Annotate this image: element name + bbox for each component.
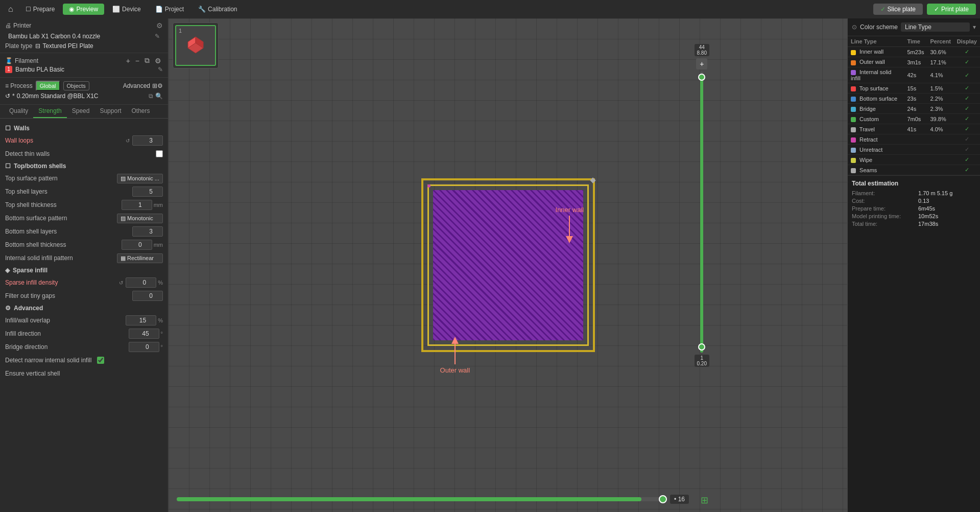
line-display-cell: ✓ [954, 114, 980, 124]
line-check-icon[interactable]: ✓ [965, 146, 969, 152]
layer-fill [177, 497, 641, 501]
top-bottom-group-header[interactable]: ☐ Top/bottom shells [0, 160, 168, 172]
plate-type-row: Plate type ⊟ Textured PEI Plate [5, 42, 163, 50]
model-container [421, 178, 595, 352]
top-surface-pattern-label: Top surface pattern [5, 175, 117, 182]
color-row: Unretract ✓ [848, 145, 980, 155]
filament-add-button[interactable]: + [125, 56, 132, 65]
line-check-icon[interactable]: ✓ [965, 136, 969, 142]
outer-wall-label: Outer wall [440, 366, 470, 374]
detect-narrow-value [97, 357, 104, 364]
wall-loops-value: ↺ [126, 135, 163, 146]
home-button[interactable]: ⌂ [4, 3, 17, 16]
infill-direction-input[interactable] [129, 329, 159, 339]
tab-quality[interactable]: Quality [4, 105, 33, 118]
bottom-shell-thickness-input[interactable] [122, 240, 152, 250]
layer-handle[interactable] [659, 495, 667, 503]
wall-loops-reset-icon[interactable]: ↺ [126, 138, 130, 144]
advanced-group-header[interactable]: ⚙ Advanced [0, 302, 168, 314]
sparse-infill-density-input[interactable] [126, 277, 156, 288]
filament-settings-button[interactable]: ⚙ [153, 56, 163, 65]
tab-others[interactable]: Others [126, 105, 155, 118]
line-name: Top surface [859, 85, 889, 91]
line-type-value[interactable]: Line Type [901, 22, 970, 32]
process-search-icon[interactable]: 🔍 [155, 92, 163, 100]
layer-track[interactable] [177, 497, 666, 501]
line-color-dot [851, 60, 856, 65]
walls-group-header[interactable]: ☐ Walls [0, 123, 168, 134]
line-percent-cell: 30.6% [927, 47, 954, 57]
top-shell-thickness-unit: mm [154, 202, 163, 208]
advanced-button[interactable]: Advanced ⊞⚙ [123, 82, 163, 89]
topbar: ⌂ ☐ Prepare ◉ Preview ⬜ Device 📄 Project… [0, 0, 980, 18]
device-tab[interactable]: ⬜ Device [106, 4, 147, 15]
infill-direction-label: Infill direction [5, 330, 129, 337]
top-surface-pattern-button[interactable]: ▨ Monotonic ... [117, 174, 163, 183]
tab-support[interactable]: Support [94, 105, 126, 118]
project-tab[interactable]: 📄 Project [149, 4, 190, 15]
vert-track[interactable] [700, 72, 703, 353]
line-check-icon[interactable]: ✓ [965, 59, 969, 65]
tab-speed[interactable]: Speed [67, 105, 95, 118]
line-color-dot [851, 117, 856, 122]
line-check-icon[interactable]: ✓ [965, 49, 969, 55]
top-shell-layers-input[interactable] [132, 187, 163, 197]
filament-est-row: Filament: 1.70 m 5.15 g [852, 190, 976, 196]
tab-strength[interactable]: Strength [33, 105, 66, 118]
printer-name-row: Bambu Lab X1 Carbon 0.4 nozzle ✎ [5, 32, 163, 41]
pattern-icon: ▨ [121, 175, 126, 182]
line-check-icon[interactable]: ✓ [965, 115, 969, 122]
internal-solid-infill-button[interactable]: ▦ Rectilinear [117, 253, 163, 263]
filament-est-label: Filament: [852, 190, 918, 196]
line-check-icon[interactable]: ✓ [965, 95, 969, 101]
color-scheme-chevron[interactable]: ▾ [973, 24, 976, 31]
bottom-shell-layers-input[interactable] [132, 226, 163, 237]
sparse-density-reset-icon[interactable]: ↺ [119, 280, 123, 286]
line-check-icon[interactable]: ✓ [965, 72, 969, 78]
print-plate-button[interactable]: ✓ Print plate [927, 4, 976, 15]
line-check-icon[interactable]: ✓ [965, 126, 969, 132]
color-row: Bridge 24s 2.3% ✓ [848, 104, 980, 114]
process-copy-icon[interactable]: ⧉ [149, 92, 153, 100]
calibration-tab[interactable]: 🔧 Calibration [192, 4, 243, 15]
layers-icon[interactable]: ⊞ [701, 495, 708, 506]
line-check-icon[interactable]: ✓ [965, 156, 969, 162]
line-time-cell: 5m23s [904, 47, 927, 57]
prepare-tab[interactable]: ☐ Prepare [19, 4, 61, 15]
thumbnail-item[interactable]: 1 [175, 25, 216, 66]
printer-settings-icon[interactable]: ⚙ [156, 21, 163, 30]
printer-edit-icon[interactable]: ✎ [155, 33, 160, 40]
filament-copy-button[interactable]: ⧉ [143, 56, 151, 65]
filament-title: 🧵 Filament [5, 57, 38, 64]
sparse-infill-group-header[interactable]: ◈ Sparse infill [0, 265, 168, 276]
filter-tiny-gaps-input[interactable] [132, 291, 163, 301]
vert-top-handle[interactable] [698, 74, 705, 81]
objects-badge[interactable]: Objects [63, 81, 89, 90]
filament-edit-icon[interactable]: ✎ [158, 66, 163, 73]
color-row: Travel 41s 4.0% ✓ [848, 124, 980, 134]
process-row: ≡ Process Global Objects Advanced ⊞⚙ [5, 81, 163, 91]
line-color-dot [851, 127, 856, 132]
infill-wall-overlap-input[interactable] [126, 315, 156, 325]
prepare-est-label: Prepare time: [852, 205, 918, 212]
bridge-direction-input[interactable] [129, 342, 159, 352]
top-bottom-group-icon: ☐ [5, 162, 11, 170]
line-check-icon[interactable]: ✓ [965, 167, 969, 173]
line-check-icon[interactable]: ✓ [965, 85, 969, 91]
line-time-cell: 41s [904, 124, 927, 134]
top-shell-thickness-input[interactable] [122, 200, 152, 210]
line-check-icon[interactable]: ✓ [965, 105, 969, 111]
sparse-infill-icon: ◈ [5, 267, 10, 274]
wall-loops-input[interactable] [132, 135, 163, 146]
vert-bottom-handle[interactable] [698, 343, 705, 351]
model-est-label: Model printing time: [852, 213, 918, 219]
detect-narrow-checkbox[interactable] [97, 357, 104, 364]
filament-remove-button[interactable]: − [134, 56, 141, 65]
slice-plate-button[interactable]: ✓ Slice plate [873, 4, 923, 15]
preview-tab[interactable]: ◉ Preview [63, 4, 104, 15]
vert-plus-button[interactable]: + [696, 58, 707, 69]
calibration-icon: 🔧 [198, 6, 206, 13]
bottom-surface-pattern-button[interactable]: ▨ Monotonic [117, 214, 163, 223]
global-badge[interactable]: Global [36, 81, 60, 91]
detect-thin-walls-checkbox[interactable] [156, 150, 163, 157]
